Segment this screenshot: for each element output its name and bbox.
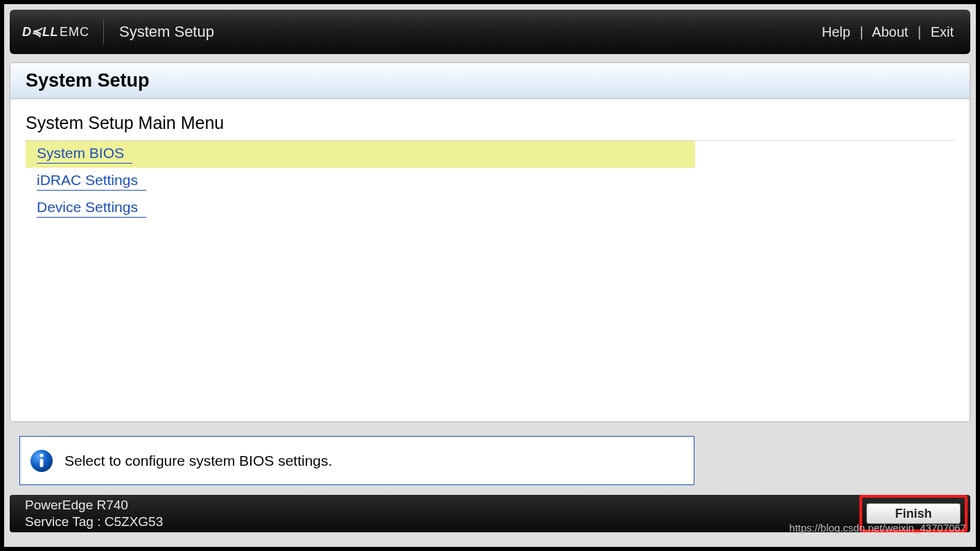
about-link[interactable]: About [872,24,908,40]
info-icon [30,449,53,473]
menu-item-device-settings[interactable]: Device Settings [26,195,695,222]
info-bar: Select to configure system BIOS settings… [19,436,694,485]
exit-link[interactable]: Exit [931,24,954,40]
svg-point-2 [40,453,43,457]
screen: D≼LL EMC System Setup Help | About | Exi… [4,4,976,547]
link-separator: | [918,24,921,40]
top-bar: D≼LL EMC System Setup Help | About | Exi… [10,10,970,54]
main-menu-list: System BIOS iDRAC Settings Device Settin… [26,141,695,222]
svg-rect-1 [40,459,44,467]
panel-subtitle: System Setup Main Menu [10,99,970,133]
brand-logo: D≼LL EMC [22,19,104,44]
menu-item-label: iDRAC Settings [37,172,146,191]
menu-item-label: System BIOS [37,145,132,164]
finish-button-highlight: Finish [859,495,968,532]
logo-secondary-text: EMC [60,19,89,44]
main-panel: System Setup System Setup Main Menu Syst… [10,62,970,422]
system-model: PowerEdge R740 [25,497,163,514]
top-links: Help | About | Exit [822,24,954,40]
footer-bar: PowerEdge R740 Service Tag : C5ZXG53 Fin… [10,495,970,532]
footer-text: PowerEdge R740 Service Tag : C5ZXG53 [25,497,163,530]
finish-button[interactable]: Finish [866,503,961,524]
link-separator: | [859,24,863,40]
logo-primary-text: D≼LL [22,19,58,44]
help-link[interactable]: Help [822,24,850,40]
panel-title-bar: System Setup [10,63,970,99]
menu-item-idrac-settings[interactable]: iDRAC Settings [26,168,695,195]
service-tag: Service Tag : C5ZXG53 [25,514,163,530]
menu-item-label: Device Settings [37,199,146,218]
info-text: Select to configure system BIOS settings… [64,453,332,469]
panel-title: System Setup [26,70,150,91]
app-title: System Setup [119,23,214,41]
menu-item-system-bios[interactable]: System BIOS [26,141,695,168]
